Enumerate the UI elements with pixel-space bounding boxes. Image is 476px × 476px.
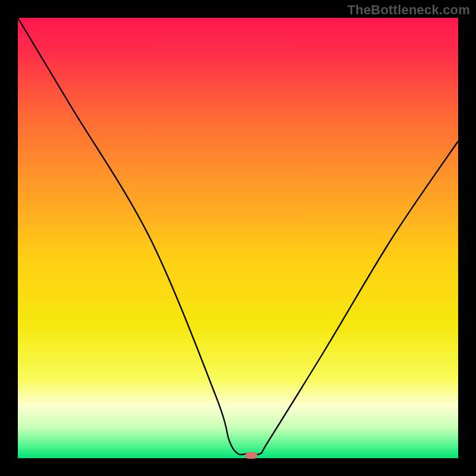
chart-stage: { "watermark": "TheBottleneck.com", "cha… (0, 0, 476, 476)
bottleneck-chart (0, 0, 476, 476)
watermark-text: TheBottleneck.com (347, 2, 470, 18)
optimum-marker (245, 452, 257, 459)
